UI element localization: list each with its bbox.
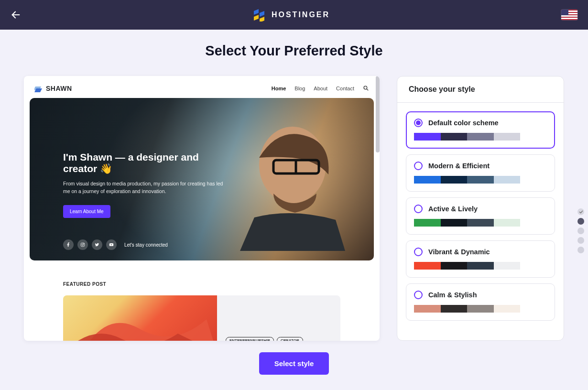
- color-swatch: [494, 176, 521, 184]
- color-swatch-row: [414, 262, 547, 270]
- color-swatch: [467, 176, 494, 184]
- color-swatch: [520, 219, 547, 227]
- color-swatch: [467, 262, 494, 270]
- preview-site-nav: HomeBlogAboutContact: [272, 85, 369, 92]
- preview-tag-row: ENTREPRENEURSHIPCREATOR: [226, 337, 332, 341]
- arrow-left-icon: [11, 10, 21, 20]
- style-option[interactable]: Vibrant & Dynamic: [406, 240, 555, 278]
- color-swatch: [441, 133, 468, 141]
- bottom-bar: Select style: [0, 352, 588, 375]
- radio-icon: [414, 248, 423, 256]
- color-swatch: [520, 176, 547, 184]
- side-dot-check[interactable]: [577, 208, 584, 215]
- preview-nav-item: Contact: [336, 86, 354, 91]
- style-option-label: Active & Lively: [428, 205, 478, 213]
- color-swatch-row: [414, 176, 547, 184]
- twitter-icon: [92, 239, 102, 250]
- facebook-icon: [63, 239, 74, 250]
- style-option[interactable]: Active & Lively: [406, 197, 555, 235]
- hero-person-illustration: [221, 112, 355, 251]
- style-list: Default color schemeModern & EfficientAc…: [397, 103, 564, 329]
- style-option-label: Modern & Efficient: [428, 162, 490, 170]
- side-dot-active[interactable]: [577, 218, 584, 225]
- radio-icon: [414, 119, 423, 127]
- color-swatch: [494, 262, 521, 270]
- side-dot[interactable]: [577, 228, 584, 234]
- preview-site-logo: SHAWN: [34, 85, 72, 92]
- youtube-icon: [106, 239, 117, 250]
- preview-section-label: FEATURED POST: [63, 282, 374, 287]
- style-option-label: Calm & Stylish: [428, 291, 477, 299]
- color-swatch: [414, 262, 441, 270]
- preview-site-header: SHAWN HomeBlogAboutContact: [30, 82, 374, 98]
- brand: HOSTINGER: [252, 8, 330, 22]
- language-flag-us[interactable]: [561, 10, 577, 20]
- color-swatch: [414, 219, 441, 227]
- style-option[interactable]: Modern & Efficient: [406, 154, 555, 192]
- page-title: Select Your Preferred Style: [0, 43, 588, 59]
- color-swatch: [441, 305, 468, 313]
- color-swatch: [494, 219, 521, 227]
- instagram-icon: [77, 239, 88, 250]
- color-swatch: [441, 262, 468, 270]
- radio-icon: [414, 162, 423, 170]
- color-swatch: [467, 305, 494, 313]
- svg-point-7: [82, 244, 83, 245]
- brand-logo-icon: [252, 8, 266, 22]
- preview-logo-icon: [34, 85, 42, 92]
- svg-line-2: [367, 89, 368, 90]
- color-swatch: [414, 133, 441, 141]
- style-panel-title: Choose your style: [397, 76, 564, 103]
- color-swatch: [520, 262, 547, 270]
- preview-tag: CREATOR: [277, 337, 303, 341]
- template-preview: SHAWN HomeBlogAboutContact: [24, 76, 380, 341]
- side-helper-dots: [577, 208, 584, 253]
- style-option-label: Default color scheme: [428, 119, 499, 127]
- color-swatch: [467, 219, 494, 227]
- color-swatch: [441, 176, 468, 184]
- preview-nav-item: About: [314, 86, 327, 91]
- color-swatch-row: [414, 305, 547, 313]
- content-area: SHAWN HomeBlogAboutContact: [0, 59, 588, 341]
- search-icon: [363, 85, 369, 92]
- color-swatch: [520, 305, 547, 313]
- color-swatch: [494, 305, 521, 313]
- preview-post-card: ENTREPRENEURSHIPCREATOR: [63, 295, 340, 341]
- preview-hero-sub: From visual design to media production, …: [63, 180, 226, 195]
- side-dot[interactable]: [577, 237, 584, 244]
- preview-hero-heading: I'm Shawn — a designer and creator 👋: [63, 152, 226, 174]
- preview-nav-item: Home: [272, 86, 286, 91]
- color-swatch: [467, 133, 494, 141]
- side-dot[interactable]: [577, 247, 584, 253]
- style-option[interactable]: Default color scheme: [406, 111, 555, 149]
- preview-hero-socials: Let's stay connected: [63, 239, 168, 250]
- preview-social-text: Let's stay connected: [124, 242, 168, 248]
- select-style-button[interactable]: Select style: [259, 352, 329, 375]
- style-option[interactable]: Calm & Stylish: [406, 283, 555, 321]
- preview-scrollbar[interactable]: [376, 76, 380, 152]
- back-button[interactable]: [11, 10, 21, 20]
- color-swatch: [494, 133, 521, 141]
- color-swatch: [414, 305, 441, 313]
- radio-icon: [414, 291, 423, 299]
- color-swatch: [520, 133, 547, 141]
- brand-name: HOSTINGER: [272, 11, 330, 19]
- style-panel: Choose your style Default color schemeMo…: [397, 76, 564, 341]
- preview-hero: I'm Shawn — a designer and creator 👋 Fro…: [30, 98, 374, 260]
- top-bar: HOSTINGER: [0, 0, 588, 30]
- preview-nav-item: Blog: [294, 86, 305, 91]
- style-option-label: Vibrant & Dynamic: [428, 248, 490, 256]
- preview-hero-cta: Learn About Me: [63, 205, 110, 218]
- preview-post-image: [63, 295, 217, 341]
- color-swatch: [441, 219, 468, 227]
- preview-tag: ENTREPRENEURSHIP: [226, 337, 274, 341]
- color-swatch-row: [414, 133, 547, 141]
- color-swatch: [414, 176, 441, 184]
- radio-icon: [414, 205, 423, 213]
- color-swatch-row: [414, 219, 547, 227]
- svg-point-8: [84, 243, 84, 244]
- preview-site-name: SHAWN: [46, 85, 72, 92]
